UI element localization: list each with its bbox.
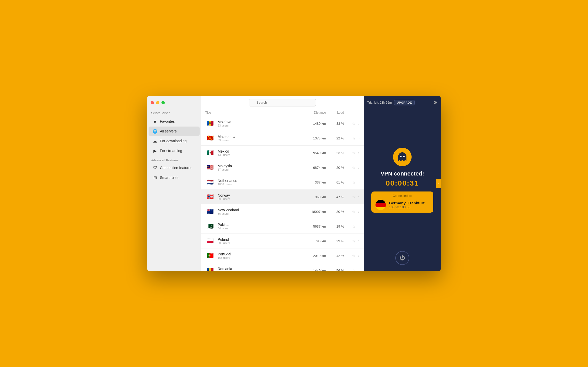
traffic-light-red[interactable] (151, 101, 154, 104)
server-actions: ☆ › (344, 268, 360, 271)
server-load: 20 % (326, 166, 344, 170)
gear-icon[interactable]: ⚙ (433, 100, 437, 105)
server-load: 19 % (326, 224, 344, 228)
connected-details: Germany, Frankfurt 185.93.180.36 (389, 201, 424, 209)
chevron-right-icon[interactable]: › (358, 239, 360, 243)
server-actions: ☆ › (344, 195, 360, 199)
server-users: 93 users (218, 124, 303, 127)
server-load: 30 % (326, 210, 344, 214)
flag-circle: 🇵🇹 (205, 251, 215, 260)
chevron-right-icon[interactable]: › (358, 151, 360, 155)
table-row[interactable]: 🇳🇿 New Zealand 86 users 18007 km 30 % ☆ … (201, 204, 364, 219)
server-distance: 337 km (303, 180, 326, 184)
flag-circle: 🇵🇱 (205, 236, 215, 246)
star-icon: ★ (153, 119, 157, 124)
server-distance: 1373 km (303, 136, 326, 140)
favorite-star-icon[interactable]: ☆ (352, 268, 356, 271)
sidebar-item-for-downloading[interactable]: ☁ For downloading (149, 136, 200, 146)
table-row[interactable]: 🇵🇱 Poland 503 users 798 km 29 % ☆ › (201, 234, 364, 248)
server-actions: ☆ › (344, 224, 360, 229)
traffic-light-green[interactable] (161, 101, 165, 104)
chevron-right-icon[interactable]: › (358, 165, 360, 170)
search-input[interactable] (249, 99, 316, 106)
chevron-right-icon[interactable]: › (358, 136, 360, 140)
sidebar-item-label-streaming: For streaming (160, 149, 182, 153)
table-row[interactable]: 🇲🇩 Moldova 93 users 1480 km 33 % ☆ › (201, 116, 364, 131)
server-info: Pakistan 54 users (218, 223, 303, 230)
server-users: 474 users (218, 271, 303, 271)
table-row[interactable]: 🇵🇰 Pakistan 54 users 5637 km 19 % ☆ › (201, 219, 364, 234)
table-row[interactable]: 🇳🇴 Norway 398 users 960 km 47 % ☆ › (201, 190, 364, 204)
server-info: Norway 398 users (218, 193, 303, 201)
sidebar-item-connection-features[interactable]: 🛡 Connection features (149, 163, 200, 172)
server-info: Macedonia 63 users (218, 135, 303, 142)
table-row[interactable]: 🇳🇱 Netherlands 1886 users 337 km 61 % ☆ … (201, 175, 364, 190)
sidebar-item-favorites[interactable]: ★ Favorites (149, 117, 200, 126)
chevron-right-icon[interactable]: › (358, 121, 360, 126)
table-row[interactable]: 🇲🇰 Macedonia 63 users 1373 km 22 % ☆ › (201, 131, 364, 146)
favorite-star-icon[interactable]: ☆ (352, 180, 356, 185)
server-actions: ☆ › (344, 151, 360, 155)
main-content: 🔍 Title Distance Load 🇲🇩 Moldova 93 user… (201, 96, 364, 271)
table-row[interactable]: 🇷🇴 Romania 474 users 1449 km 56 % ☆ › (201, 263, 364, 271)
favorite-star-icon[interactable]: ☆ (352, 253, 356, 258)
expand-arrow[interactable]: « (436, 179, 441, 188)
sidebar-item-all-servers[interactable]: 🌐 All servers (149, 127, 200, 136)
server-name: New Zealand (218, 208, 303, 212)
server-distance: 1480 km (303, 122, 326, 126)
col-header-distance: Distance (303, 111, 326, 114)
table-row[interactable]: 🇵🇹 Portugal 168 users 2010 km 42 % ☆ › (201, 248, 364, 263)
favorite-star-icon[interactable]: ☆ (352, 136, 356, 141)
search-wrapper: 🔍 (249, 99, 316, 106)
server-distance: 9540 km (303, 151, 326, 155)
right-panel: Trial left: 23h 52m UPGRADE ⚙ VPN connec… (364, 96, 441, 271)
connected-ip: 185.93.180.36 (389, 205, 424, 209)
power-button[interactable]: ⏻ (395, 251, 409, 265)
traffic-light-yellow[interactable] (156, 101, 159, 104)
chevron-right-icon[interactable]: › (358, 268, 360, 271)
server-actions: ☆ › (344, 121, 360, 126)
table-row[interactable]: 🇲🇽 Mexico 130 users 9540 km 23 % ☆ › (201, 146, 364, 160)
connected-to-label: Connected to: (375, 194, 429, 198)
server-load: 22 % (326, 136, 344, 140)
globe-icon: 🌐 (153, 129, 157, 134)
upgrade-button[interactable]: UPGRADE (394, 100, 415, 105)
download-icon: ☁ (153, 139, 157, 143)
server-actions: ☆ › (344, 180, 360, 185)
server-name: Macedonia (218, 135, 303, 139)
server-users: 168 users (218, 256, 303, 259)
flag-circle: 🇵🇰 (205, 222, 215, 231)
favorite-star-icon[interactable]: ☆ (352, 165, 356, 170)
favorite-star-icon[interactable]: ☆ (352, 239, 356, 244)
server-distance: 5637 km (303, 224, 326, 228)
chevron-right-icon[interactable]: › (358, 195, 360, 199)
favorite-star-icon[interactable]: ☆ (352, 209, 356, 214)
chevron-right-icon[interactable]: › (358, 224, 360, 228)
chevron-right-icon[interactable]: › (358, 254, 360, 258)
sidebar-label: Select Server (147, 109, 201, 116)
server-actions: ☆ › (344, 209, 360, 214)
server-list: 🇲🇩 Moldova 93 users 1480 km 33 % ☆ › 🇲🇰 … (201, 116, 364, 271)
server-users: 57 users (218, 168, 303, 171)
server-load: 61 % (326, 180, 344, 184)
favorite-star-icon[interactable]: ☆ (352, 224, 356, 229)
ghost-logo (393, 148, 412, 166)
chevron-right-icon[interactable]: › (358, 210, 360, 214)
sidebar-item-label-downloading: For downloading (160, 139, 187, 143)
flag-circle: 🇲🇩 (205, 119, 215, 128)
trial-badge: Trial left: 23h 52m UPGRADE (367, 100, 415, 105)
server-info: New Zealand 86 users (218, 208, 303, 215)
favorite-star-icon[interactable]: ☆ (352, 195, 356, 199)
favorite-star-icon[interactable]: ☆ (352, 121, 356, 126)
sidebar-item-for-streaming[interactable]: ▶ For streaming (149, 146, 200, 155)
favorite-star-icon[interactable]: ☆ (352, 151, 356, 155)
server-info: Poland 503 users (218, 237, 303, 245)
streaming-icon: ▶ (153, 148, 157, 153)
chevron-right-icon[interactable]: › (358, 180, 360, 184)
flag-circle: 🇳🇿 (205, 207, 215, 216)
table-row[interactable]: 🇲🇾 Malaysia 57 users 9874 km 20 % ☆ › (201, 160, 364, 175)
sidebar-item-smart-rules[interactable]: ⊞ Smart rules (149, 173, 200, 182)
server-load: 29 % (326, 239, 344, 243)
ghost-svg (397, 151, 408, 163)
server-name: Pakistan (218, 223, 303, 227)
